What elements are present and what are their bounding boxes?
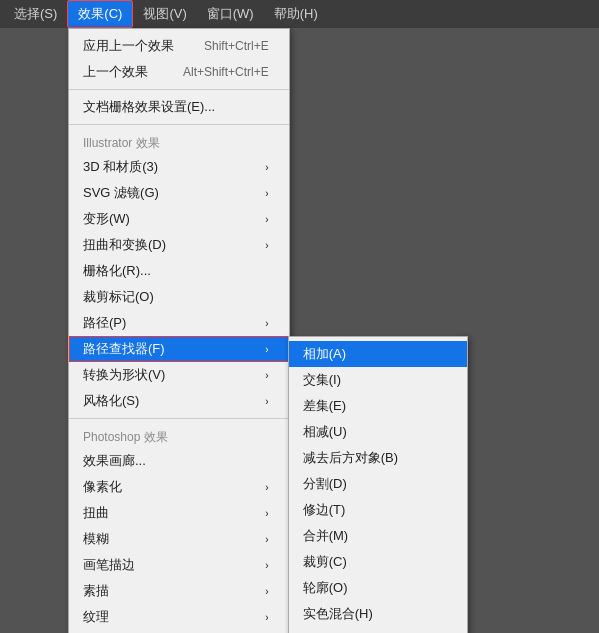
menu-item-pixelate-label: 像素化 <box>83 478 122 496</box>
submenu-item-divide[interactable]: 分割(D) <box>289 471 467 497</box>
menu-item-distort[interactable]: 扭曲和变换(D) › <box>69 232 289 258</box>
menu-item-sketch[interactable]: 素描 › <box>69 578 289 604</box>
submenu-item-outline-label: 轮廓(O) <box>303 579 348 597</box>
menu-item-blur[interactable]: 模糊 › <box>69 526 289 552</box>
menu-item-doc-grid[interactable]: 文档栅格效果设置(E)... <box>69 94 289 120</box>
sep1 <box>69 89 289 90</box>
menu-item-brush-strokes-arrow: › <box>265 560 268 571</box>
menu-item-gallery-label: 效果画廊... <box>83 452 146 470</box>
menu-item-distort2[interactable]: 扭曲 › <box>69 500 289 526</box>
menu-item-apply-last-label: 应用上一个效果 <box>83 37 174 55</box>
menu-item-texture-arrow: › <box>265 612 268 623</box>
menu-item-3d-label: 3D 和材质(3) <box>83 158 158 176</box>
menu-item-svg[interactable]: SVG 滤镜(G) › <box>69 180 289 206</box>
submenu-item-add[interactable]: 相加(A) <box>289 341 467 367</box>
submenu-item-intersect-label: 交集(I) <box>303 371 341 389</box>
submenu-item-subtract-back[interactable]: 减去后方对象(B) <box>289 445 467 471</box>
submenu-item-trim[interactable]: 修边(T) <box>289 497 467 523</box>
menu-item-transform-arrow: › <box>265 214 268 225</box>
submenu-item-subtract[interactable]: 相减(U) <box>289 419 467 445</box>
menu-item-to-shape-label: 转换为形状(V) <box>83 366 165 384</box>
menu-item-texture[interactable]: 纹理 › <box>69 604 289 630</box>
pathfinder-submenu-wrapper: 相加(A) 交集(I) 差集(E) 相减(U) 减去后方对象(B) <box>288 336 468 633</box>
menu-item-blur-arrow: › <box>265 534 268 545</box>
menu-item-distort-arrow: › <box>265 240 268 251</box>
menubar-item-select[interactable]: 选择(S) <box>4 1 67 27</box>
submenu-item-outline[interactable]: 轮廓(O) <box>289 575 467 601</box>
menu-item-brush-strokes[interactable]: 画笔描边 › <box>69 552 289 578</box>
menu-item-last-effect-label: 上一个效果 <box>83 63 148 81</box>
menubar-item-window[interactable]: 窗口(W) <box>197 1 264 27</box>
menu-item-distort2-label: 扭曲 <box>83 504 109 522</box>
menu-item-doc-grid-label: 文档栅格效果设置(E)... <box>83 98 215 116</box>
menu-item-pathfinder[interactable]: 路径查找器(F) › 相加(A) 交集(I) 差集(E) 相减(U) <box>69 336 289 362</box>
menu-item-apply-last[interactable]: 应用上一个效果 Shift+Ctrl+E <box>69 33 289 59</box>
menu-item-texture-label: 纹理 <box>83 608 109 626</box>
submenu-item-add-label: 相加(A) <box>303 345 346 363</box>
menu-item-rasterize-label: 栅格化(R)... <box>83 262 151 280</box>
submenu-item-difference[interactable]: 差集(E) <box>289 393 467 419</box>
illustrator-section-label: Illustrator 效果 <box>69 129 289 154</box>
menu-item-3d[interactable]: 3D 和材质(3) › <box>69 154 289 180</box>
menu-item-gallery[interactable]: 效果画廊... <box>69 448 289 474</box>
menu-item-pixelate[interactable]: 像素化 › <box>69 474 289 500</box>
submenu-item-merge-label: 合并(M) <box>303 527 349 545</box>
submenu-item-crop-label: 裁剪(C) <box>303 553 347 571</box>
menubar-item-effects[interactable]: 效果(C) <box>67 0 133 28</box>
submenu-item-merge[interactable]: 合并(M) <box>289 523 467 549</box>
menu-item-3d-arrow: › <box>265 162 268 173</box>
menu-item-last-effect[interactable]: 上一个效果 Alt+Shift+Ctrl+E <box>69 59 289 85</box>
menu-item-pixelate-arrow: › <box>265 482 268 493</box>
menu-item-stylize-label: 风格化(S) <box>83 392 139 410</box>
menu-item-to-shape[interactable]: 转换为形状(V) › <box>69 362 289 388</box>
menu-item-crop-marks-label: 裁剪标记(O) <box>83 288 154 306</box>
effects-dropdown: 应用上一个效果 Shift+Ctrl+E 上一个效果 Alt+Shift+Ctr… <box>68 28 290 633</box>
menu-item-distort2-arrow: › <box>265 508 268 519</box>
menu-item-path[interactable]: 路径(P) › <box>69 310 289 336</box>
menu-item-pathfinder-arrow: › <box>265 344 268 355</box>
menu-item-stylize[interactable]: 风格化(S) › <box>69 388 289 414</box>
submenu-item-hard-mix[interactable]: 实色混合(H) <box>289 601 467 627</box>
menu-item-transform-label: 变形(W) <box>83 210 130 228</box>
menubar-item-help[interactable]: 帮助(H) <box>264 1 328 27</box>
pathfinder-submenu: 相加(A) 交集(I) 差集(E) 相减(U) 减去后方对象(B) <box>288 336 468 633</box>
menubar: 选择(S) 效果(C) 视图(V) 窗口(W) 帮助(H) <box>0 0 599 28</box>
menu-item-svg-label: SVG 滤镜(G) <box>83 184 159 202</box>
menu-item-rasterize[interactable]: 栅格化(R)... <box>69 258 289 284</box>
sep3 <box>69 418 289 419</box>
menu-item-sketch-label: 素描 <box>83 582 109 600</box>
menu-item-path-label: 路径(P) <box>83 314 126 332</box>
submenu-item-subtract-back-label: 减去后方对象(B) <box>303 449 398 467</box>
submenu-item-divide-label: 分割(D) <box>303 475 347 493</box>
menu-item-apply-last-shortcut: Shift+Ctrl+E <box>204 39 269 53</box>
submenu-item-soft-mix[interactable]: 透明混合(S)... <box>289 627 467 633</box>
submenu-item-difference-label: 差集(E) <box>303 397 346 415</box>
menu-item-transform[interactable]: 变形(W) › <box>69 206 289 232</box>
menu-item-stylize-arrow: › <box>265 396 268 407</box>
submenu-item-subtract-label: 相减(U) <box>303 423 347 441</box>
submenu-item-intersect[interactable]: 交集(I) <box>289 367 467 393</box>
menu-item-crop-marks[interactable]: 裁剪标记(O) <box>69 284 289 310</box>
submenu-item-crop[interactable]: 裁剪(C) <box>289 549 467 575</box>
menu-item-pathfinder-label: 路径查找器(F) <box>83 340 165 358</box>
submenu-item-hard-mix-label: 实色混合(H) <box>303 605 373 623</box>
menu-item-last-effect-shortcut: Alt+Shift+Ctrl+E <box>183 65 269 79</box>
menu-item-sketch-arrow: › <box>265 586 268 597</box>
menu-item-brush-strokes-label: 画笔描边 <box>83 556 135 574</box>
menu-item-path-arrow: › <box>265 318 268 329</box>
sep2 <box>69 124 289 125</box>
menubar-item-view[interactable]: 视图(V) <box>133 1 196 27</box>
photoshop-section-label: Photoshop 效果 <box>69 423 289 448</box>
menu-item-svg-arrow: › <box>265 188 268 199</box>
submenu-item-trim-label: 修边(T) <box>303 501 346 519</box>
effects-menu: 应用上一个效果 Shift+Ctrl+E 上一个效果 Alt+Shift+Ctr… <box>68 28 290 633</box>
menu-item-to-shape-arrow: › <box>265 370 268 381</box>
menu-item-distort-label: 扭曲和变换(D) <box>83 236 166 254</box>
menu-item-blur-label: 模糊 <box>83 530 109 548</box>
